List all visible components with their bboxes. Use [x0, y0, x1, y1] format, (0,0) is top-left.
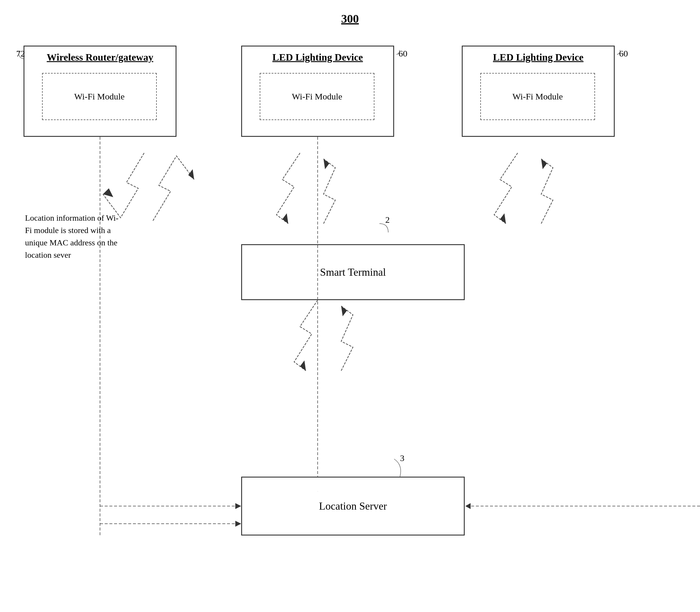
- led2-wifi-label: Wi-Fi Module: [512, 92, 563, 101]
- lightning-terminal-server-right: [341, 306, 353, 371]
- led1-wifi-module: Wi-Fi Module: [260, 73, 374, 120]
- svg-marker-7: [103, 188, 113, 197]
- smart-terminal-box: Smart Terminal: [241, 244, 465, 300]
- smart-terminal-ref: 2: [385, 215, 390, 225]
- led1-wifi-label: Wi-Fi Module: [292, 92, 342, 101]
- svg-marker-9: [282, 213, 288, 224]
- svg-marker-3: [235, 503, 241, 509]
- svg-marker-16: [465, 503, 471, 509]
- lightning-router-led1-right: [153, 156, 194, 221]
- router-wifi-label: Wi-Fi Module: [74, 92, 125, 101]
- router-title: Wireless Router/gateway: [47, 52, 153, 63]
- router-ref: 72: [16, 48, 25, 58]
- led1-title: LED Lighting Device: [272, 52, 363, 63]
- led1-box: LED Lighting Device Wi-Fi Module: [241, 46, 394, 137]
- svg-marker-12: [541, 159, 547, 169]
- lightning-led1-terminal-left: [276, 153, 300, 224]
- led2-title: LED Lighting Device: [493, 52, 584, 63]
- led2-ref: 60: [619, 48, 628, 58]
- router-box: Wireless Router/gateway Wi-Fi Module: [24, 46, 176, 137]
- location-server-title: Location Server: [319, 500, 387, 512]
- lightning-led1-terminal-right: [324, 159, 335, 224]
- lightning-led2-terminal-left: [494, 153, 518, 224]
- router-wifi-module: Wi-Fi Module: [42, 73, 157, 120]
- svg-marker-4: [235, 521, 241, 527]
- svg-marker-10: [324, 159, 329, 169]
- led2-wifi-module: Wi-Fi Module: [480, 73, 595, 120]
- location-server-ref: 3: [400, 453, 404, 463]
- smart-terminal-title: Smart Terminal: [320, 266, 386, 278]
- annotation-text: Location information of Wi-Fi module is …: [25, 212, 119, 261]
- svg-marker-14: [341, 306, 347, 316]
- lightning-led2-terminal-right: [541, 159, 553, 224]
- led1-ref: 60: [399, 48, 408, 58]
- lightning-router-led1-left: [103, 153, 144, 218]
- led2-box: LED Lighting Device Wi-Fi Module: [462, 46, 615, 137]
- lightning-terminal-server-left: [294, 300, 318, 371]
- svg-marker-11: [500, 213, 506, 224]
- diagram-container: 300 Wireless Router/gateway Wi-Fi Module…: [0, 0, 700, 612]
- location-server-box: Location Server: [241, 477, 465, 536]
- svg-marker-13: [300, 360, 306, 371]
- figure-number: 300: [341, 12, 359, 26]
- svg-marker-8: [188, 169, 194, 180]
